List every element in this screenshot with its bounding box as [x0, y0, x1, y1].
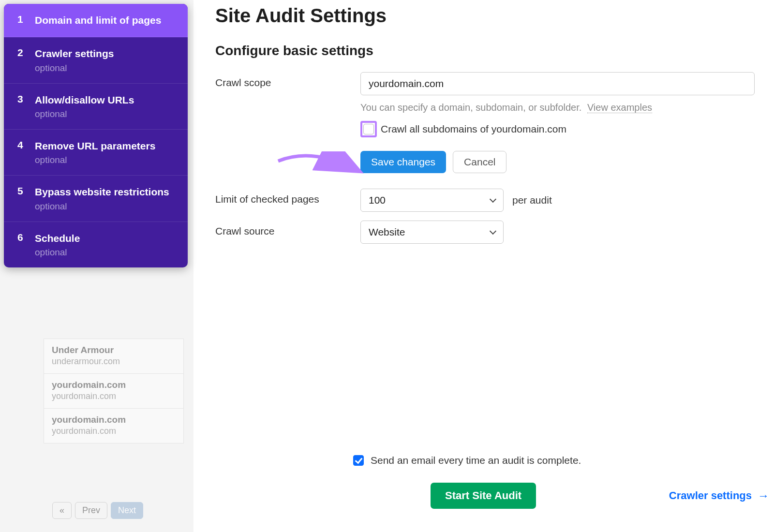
- bg-list-item: yourdomain.com yourdomain.com: [44, 409, 184, 443]
- step-optional: optional: [35, 201, 177, 212]
- crawl-subdomains-label: Crawl all subdomains of yourdomain.com: [381, 123, 566, 135]
- email-notify-checkbox[interactable]: [353, 455, 364, 466]
- crawl-source-value: Website: [369, 226, 405, 238]
- step-optional: optional: [35, 155, 177, 165]
- crawl-subdomains-checkbox[interactable]: [363, 124, 374, 134]
- step-optional: optional: [35, 63, 177, 74]
- view-examples-link[interactable]: View examples: [587, 102, 652, 113]
- crawl-subdomains-row: Crawl all subdomains of yourdomain.com: [360, 121, 762, 137]
- bg-list-sub: yourdomain.com: [52, 391, 176, 401]
- crawl-scope-hint: You can specify a domain, subdomain, or …: [360, 102, 762, 113]
- arrow-right-icon: →: [758, 489, 769, 502]
- step-optional: optional: [35, 247, 177, 258]
- limit-pages-select[interactable]: 100: [360, 189, 504, 212]
- step-number: 4: [17, 139, 35, 151]
- crawl-scope-hint-text: You can specify a domain, subdomain, or …: [360, 102, 581, 113]
- footer: Send an email every time an audit is com…: [353, 455, 762, 509]
- crawl-scope-label: Crawl scope: [215, 72, 360, 89]
- crawl-source-label: Crawl source: [215, 221, 360, 237]
- next-link-label: Crawler settings: [669, 489, 752, 502]
- step-label: Schedule: [35, 232, 177, 245]
- background-pager: « Prev Next: [52, 502, 143, 519]
- crawl-scope-input[interactable]: [360, 72, 755, 95]
- background-project-list: Under Armour underarmour.com yourdomain.…: [44, 339, 184, 443]
- bg-list-sub: underarmour.com: [52, 356, 176, 367]
- bg-list-title: Under Armour: [52, 345, 176, 355]
- limit-pages-value: 100: [369, 194, 386, 206]
- settings-panel: Site Audit Settings Configure basic sett…: [215, 5, 762, 252]
- setup-steps-sidebar: 1 Domain and limit of pages 2 Crawler se…: [4, 4, 188, 267]
- step-label: Bypass website restrictions: [35, 185, 177, 199]
- step-number: 1: [17, 14, 35, 25]
- step-label: Crawler settings: [35, 47, 177, 60]
- email-notify-label: Send an email every time an audit is com…: [371, 455, 581, 466]
- email-notify-row: Send an email every time an audit is com…: [353, 455, 762, 466]
- section-title: Configure basic settings: [215, 43, 762, 59]
- sidebar-step-domain-limit[interactable]: 1 Domain and limit of pages: [4, 4, 188, 37]
- step-label: Allow/disallow URLs: [35, 93, 177, 107]
- step-number: 5: [17, 185, 35, 197]
- step-label: Remove URL parameters: [35, 139, 177, 153]
- sidebar-step-schedule[interactable]: 6 Schedule optional: [4, 222, 188, 267]
- bg-list-sub: yourdomain.com: [52, 426, 176, 436]
- sidebar-step-crawler-settings[interactable]: 2 Crawler settings optional: [4, 37, 188, 83]
- pager-next: Next: [111, 502, 143, 519]
- chevron-down-icon: [490, 228, 496, 235]
- limit-pages-suffix: per audit: [512, 194, 552, 206]
- crawl-scope-row: Crawl scope You can specify a domain, su…: [215, 72, 762, 173]
- sidebar-step-allow-disallow[interactable]: 3 Allow/disallow URLs optional: [4, 84, 188, 130]
- start-site-audit-button[interactable]: Start Site Audit: [431, 483, 536, 509]
- crawl-source-row: Crawl source Website: [215, 221, 762, 244]
- chevron-down-icon: [490, 196, 496, 203]
- bg-list-item: yourdomain.com yourdomain.com: [44, 374, 184, 409]
- limit-pages-row: Limit of checked pages 100 per audit: [215, 189, 762, 212]
- save-changes-button[interactable]: Save changes: [360, 151, 446, 173]
- step-number: 2: [17, 47, 35, 59]
- sidebar-step-bypass-restrictions[interactable]: 5 Bypass website restrictions optional: [4, 176, 188, 222]
- step-optional: optional: [35, 109, 177, 119]
- step-number: 6: [17, 232, 35, 243]
- step-number: 3: [17, 93, 35, 105]
- crawl-source-select[interactable]: Website: [360, 221, 504, 244]
- cancel-button[interactable]: Cancel: [453, 151, 506, 173]
- pager-rewind: «: [52, 502, 72, 519]
- bg-list-item: Under Armour underarmour.com: [44, 339, 184, 374]
- page-title: Site Audit Settings: [215, 5, 762, 27]
- crawler-settings-next-link[interactable]: Crawler settings →: [669, 489, 769, 502]
- annotation-highlight: [360, 121, 377, 137]
- sidebar-step-remove-url-params[interactable]: 4 Remove URL parameters optional: [4, 130, 188, 176]
- bg-list-title: yourdomain.com: [52, 380, 176, 390]
- bg-list-title: yourdomain.com: [52, 414, 176, 425]
- step-label: Domain and limit of pages: [35, 14, 177, 27]
- limit-pages-label: Limit of checked pages: [215, 189, 360, 205]
- pager-prev: Prev: [75, 502, 107, 519]
